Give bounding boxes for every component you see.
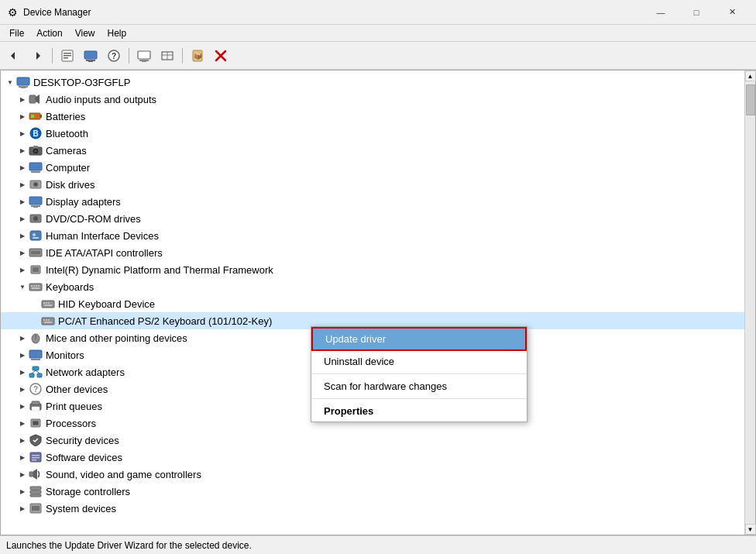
expand-arrow-processors[interactable]: ▶	[16, 415, 29, 432]
expand-arrow-batteries[interactable]: ▶	[16, 108, 29, 125]
scroll-down-arrow[interactable]: ▼	[745, 524, 756, 535]
expand-arrow-storage[interactable]: ▶	[16, 483, 29, 500]
update-driver-toolbar-button[interactable]	[80, 46, 101, 66]
back-button[interactable]	[3, 46, 25, 66]
expand-arrow-network[interactable]: ▶	[16, 363, 29, 380]
svg-rect-21	[17, 77, 29, 85]
toolbar: ? 📦	[0, 42, 756, 70]
expand-arrow-print[interactable]: ▶	[16, 397, 29, 415]
expand-arrow-security[interactable]: ▶	[16, 432, 29, 449]
expand-arrow-keyboards[interactable]: ▼	[16, 278, 29, 295]
svg-rect-81	[32, 407, 40, 411]
svg-line-76	[36, 370, 40, 373]
tree-item-batteries[interactable]: ▶Batteries	[1, 108, 744, 125]
tree-item-computer[interactable]: ▶Computer	[1, 159, 744, 176]
expand-arrow-software[interactable]: ▶	[16, 449, 29, 466]
toolbar-separator-3	[182, 48, 183, 64]
expand-arrow-disk[interactable]: ▶	[16, 176, 29, 193]
properties-toolbar-button[interactable]	[57, 46, 78, 66]
context-menu-item-uninstall-device[interactable]: Uninstall device	[311, 351, 527, 372]
expand-arrow-dvd[interactable]: ▶	[16, 210, 29, 227]
tree-item-disk[interactable]: ▶Disk drives	[1, 176, 744, 193]
expand-arrow-ide[interactable]: ▶	[16, 244, 29, 261]
menu-view[interactable]: View	[69, 26, 101, 40]
menu-bar: File Action View Help	[0, 25, 756, 42]
svg-rect-47	[33, 237, 39, 239]
expand-arrow-sound[interactable]: ▶	[16, 466, 29, 483]
expand-arrow-mice[interactable]: ▶	[16, 329, 29, 346]
expand-arrow-hid[interactable]: ▶	[16, 227, 29, 244]
svg-marker-25	[36, 95, 40, 104]
expand-arrow-cameras[interactable]: ▶	[16, 142, 29, 159]
device-tree[interactable]: ▼DESKTOP-O3FGFLP▶Audio inputs and output…	[1, 71, 744, 535]
display-adapters-button[interactable]	[133, 46, 155, 66]
expand-arrow-system[interactable]: ▶	[16, 500, 29, 517]
tree-icon-mice	[29, 331, 43, 345]
context-menu-separator	[311, 398, 527, 399]
tree-item-hid-keyboard[interactable]: HID Keyboard Device	[1, 295, 744, 312]
tree-item-security[interactable]: ▶Security devices	[1, 432, 744, 449]
context-menu-item-properties[interactable]: Properties	[311, 401, 527, 422]
tree-item-keyboards[interactable]: ▼Keyboards	[1, 278, 744, 295]
tree-label-network: Network adapters	[46, 366, 125, 378]
expand-arrow-computer[interactable]: ▶	[16, 159, 29, 176]
tree-item-audio[interactable]: ▶Audio inputs and outputs	[1, 91, 744, 108]
tree-label-computer: Computer	[46, 162, 90, 174]
expand-arrow-bluetooth[interactable]: ▶	[16, 125, 29, 142]
expand-arrow-audio[interactable]: ▶	[16, 91, 29, 108]
svg-rect-41	[31, 205, 40, 207]
tree-item-system[interactable]: ▶System devices	[1, 500, 744, 517]
svg-rect-7	[86, 60, 95, 61]
tree-item-sound[interactable]: ▶Sound, video and game controllers	[1, 466, 744, 483]
scan-button[interactable]	[210, 46, 232, 66]
tree-icon-intel	[29, 263, 43, 277]
maximize-button[interactable]: □	[679, 0, 714, 25]
svg-rect-73	[29, 373, 34, 377]
svg-rect-57	[32, 287, 40, 289]
scroll-track[interactable]	[745, 81, 755, 524]
tree-item-display[interactable]: ▶Display adapters	[1, 193, 744, 210]
forward-button[interactable]	[26, 46, 48, 66]
expand-arrow-intel[interactable]: ▶	[16, 261, 29, 278]
svg-rect-53	[31, 285, 33, 287]
svg-rect-91	[30, 487, 41, 490]
scroll-up-arrow[interactable]: ▲	[745, 71, 756, 81]
tree-item-dvd[interactable]: ▶DVD/CD-ROM drives	[1, 210, 744, 227]
context-menu-item-scan[interactable]: Scan for hardware changes	[311, 376, 527, 397]
tree-icon-monitors	[29, 348, 43, 362]
toolbar-separator-1	[52, 48, 53, 64]
uninstall-toolbar-button[interactable]: 📦	[187, 46, 208, 66]
svg-rect-45	[30, 231, 41, 240]
tree-label-storage: Storage controllers	[46, 486, 130, 497]
context-menu-item-update-driver[interactable]: Update driver	[311, 327, 527, 351]
expand-arrow-monitors[interactable]: ▶	[16, 346, 29, 363]
help-toolbar-button[interactable]: ?	[103, 46, 125, 66]
svg-rect-95	[32, 506, 40, 511]
tree-item-intel[interactable]: ▶Intel(R) Dynamic Platform and Thermal F…	[1, 261, 744, 278]
tree-item-root[interactable]: ▼DESKTOP-O3FGFLP	[1, 74, 744, 91]
close-button[interactable]: ✕	[714, 0, 750, 25]
expand-arrow-root[interactable]: ▼	[4, 74, 16, 91]
tree-label-print: Print queues	[46, 401, 102, 412]
svg-text:📦: 📦	[194, 51, 203, 60]
svg-rect-88	[32, 459, 36, 461]
tree-item-ide[interactable]: ▶IDE ATA/ATAPI controllers	[1, 244, 744, 261]
svg-rect-3	[64, 53, 71, 54]
tree-item-software[interactable]: ▶Software devices	[1, 449, 744, 466]
resources-button[interactable]	[156, 46, 178, 66]
menu-action[interactable]: Action	[30, 26, 68, 40]
svg-rect-71	[31, 359, 40, 360]
scroll-thumb[interactable]	[746, 84, 755, 115]
minimize-button[interactable]: —	[643, 0, 679, 25]
menu-help[interactable]: Help	[101, 26, 133, 40]
tree-item-bluetooth[interactable]: ▶BBluetooth	[1, 125, 744, 142]
expand-arrow-display[interactable]: ▶	[16, 193, 29, 210]
tree-item-cameras[interactable]: ▶Cameras	[1, 142, 744, 159]
tree-item-storage[interactable]: ▶Storage controllers	[1, 483, 744, 500]
expand-arrow-other[interactable]: ▶	[16, 380, 29, 397]
tree-label-cameras: Cameras	[46, 145, 87, 157]
vertical-scrollbar[interactable]: ▲ ▼	[744, 71, 755, 535]
svg-rect-49	[31, 251, 40, 254]
tree-item-hid[interactable]: ▶Human Interface Devices	[1, 227, 744, 244]
menu-file[interactable]: File	[3, 26, 30, 40]
